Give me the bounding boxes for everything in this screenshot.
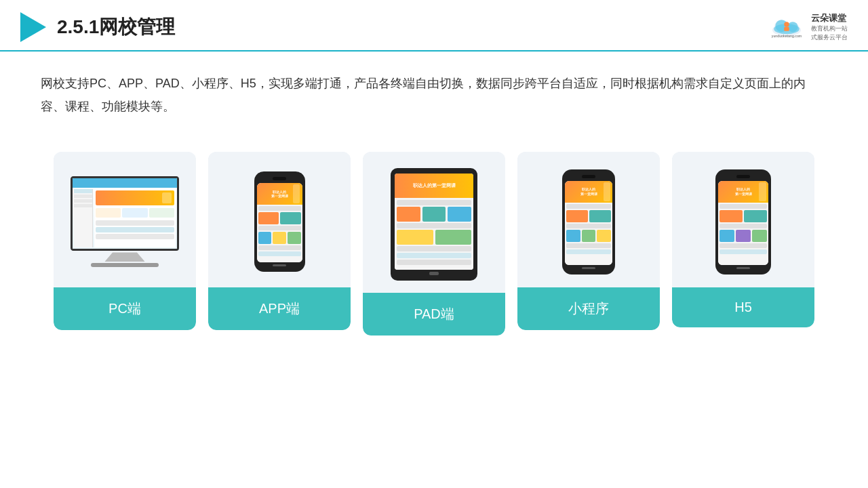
app-phone-mockup: 职达人的第一堂网课	[254, 171, 305, 272]
h5-screen: 职达人的第一堂网课	[718, 181, 768, 265]
card-h5: 职达人的第一堂网课	[672, 152, 814, 327]
miniprogram-home-btn	[582, 267, 595, 269]
card-pc-label: PC端	[54, 287, 196, 330]
card-miniprogram-label: 小程序	[517, 287, 660, 330]
logo-icon: yunduoketang.com 云朵课堂 教育机构一站式服务云平台	[766, 12, 848, 41]
tablet-screen: 职达人的第一堂网课	[395, 174, 473, 270]
tablet-mockup: 职达人的第一堂网课	[391, 168, 477, 281]
phone-notch	[273, 177, 286, 180]
h5-phone-mockup: 职达人的第一堂网课	[715, 169, 771, 274]
phone-notch-h5	[736, 175, 750, 178]
phone-notch-mini	[582, 175, 595, 178]
card-miniprogram-image: 职达人的第一堂网课	[517, 152, 660, 287]
card-pad-image: 职达人的第一堂网课	[363, 152, 505, 293]
phone-home-btn	[273, 264, 286, 266]
cloud-logo-svg: yunduoketang.com	[766, 15, 807, 39]
play-icon	[20, 12, 46, 42]
phone-screen: 职达人的第一堂网课	[257, 183, 302, 262]
svg-rect-7	[784, 27, 789, 31]
logo-name: 云朵课堂	[811, 12, 848, 24]
card-app-image: 职达人的第一堂网课	[208, 152, 351, 287]
cards-container: PC端 职达人的第一堂网课	[0, 131, 868, 349]
card-pc-image	[54, 152, 196, 287]
card-pad-label: PAD端	[363, 293, 505, 336]
card-miniprogram: 职达人的第一堂网课	[517, 152, 660, 330]
pc-mockup	[71, 176, 179, 267]
miniprogram-phone-mockup: 职达人的第一堂网课	[562, 169, 615, 274]
page-title: 2.5.1网校管理	[57, 14, 175, 40]
header: 2.5.1网校管理 yunduoketang.com 云朵课堂	[0, 0, 868, 52]
card-app: 职达人的第一堂网课	[208, 152, 351, 330]
card-pc: PC端	[54, 152, 196, 330]
tablet-home-btn	[429, 272, 439, 275]
h5-home-btn	[736, 267, 750, 269]
card-app-label: APP端	[208, 287, 351, 330]
card-h5-image: 职达人的第一堂网课	[672, 152, 814, 287]
description-text: 网校支持PC、APP、PAD、小程序、H5，实现多端打通，产品各终端自由切换，数…	[41, 77, 806, 113]
svg-point-6	[784, 22, 789, 27]
card-pad: 职达人的第一堂网课	[363, 152, 505, 336]
svg-text:yunduoketang.com: yunduoketang.com	[772, 34, 802, 38]
logo-sub: 教育机构一站式服务云平台	[811, 24, 848, 41]
header-left: 2.5.1网校管理	[20, 12, 175, 42]
logo-text-block: 云朵课堂 教育机构一站式服务云平台	[811, 12, 848, 41]
logo-area: yunduoketang.com 云朵课堂 教育机构一站式服务云平台	[766, 12, 848, 41]
card-h5-label: H5	[672, 287, 814, 327]
svg-point-5	[788, 22, 798, 32]
miniprogram-screen: 职达人的第一堂网课	[565, 181, 612, 265]
pc-screen	[71, 176, 179, 251]
description: 网校支持PC、APP、PAD、小程序、H5，实现多端打通，产品各终端自由切换，数…	[0, 52, 868, 125]
